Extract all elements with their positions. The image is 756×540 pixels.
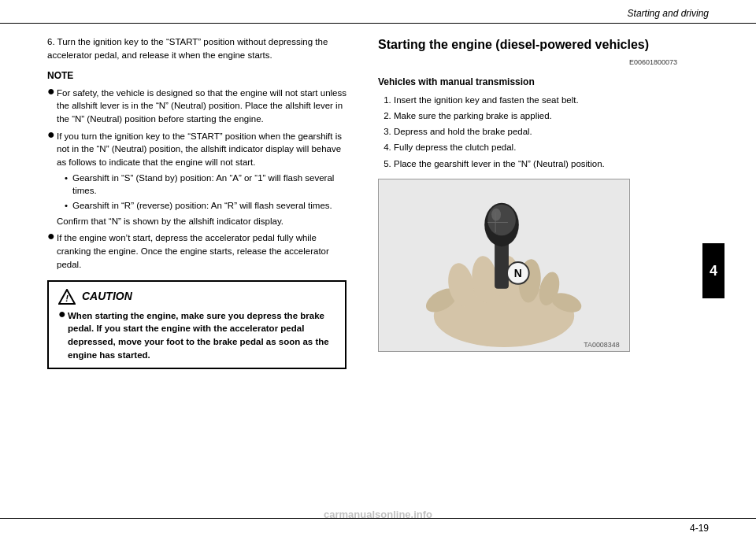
chapter-tab: 4 <box>702 243 724 298</box>
caution-header: ! CAUTION <box>58 288 335 304</box>
svg-text:!: ! <box>65 294 69 303</box>
page-container: Starting and driving 6. Turn the ignitio… <box>0 0 756 540</box>
step-1: Insert the ignition key and fasten the s… <box>394 94 677 107</box>
sub-bullet-dot-1: • <box>65 172 72 198</box>
code-ref: E00601800073 <box>378 57 677 68</box>
step-5: Place the gearshift lever in the “N” (Ne… <box>394 157 677 171</box>
svg-text:N: N <box>514 267 522 279</box>
bullet-dot-3: ● <box>47 230 57 242</box>
sub-bullets: • Gearshift in “S” (Stand by) position: … <box>57 172 346 213</box>
steps-list: Insert the ignition key and fasten the s… <box>378 94 677 171</box>
bullet-dot-1: ● <box>47 85 57 98</box>
note-bullet-1: ● For safety, the vehicle is designed so… <box>47 87 346 126</box>
tab-number: 4 <box>710 261 717 282</box>
bullet-text-2: If you turn the ignition key to the “STA… <box>57 130 346 228</box>
step-4: Fully depress the clutch pedal. <box>394 141 677 154</box>
gear-image-box: N TA0008348 <box>378 179 630 352</box>
gear-illustration: N TA0008348 <box>379 179 629 351</box>
caution-bullet-dot: ● <box>58 308 68 320</box>
subsection-title: Vehicles with manual transmission <box>378 75 677 89</box>
svg-text:TA0008348: TA0008348 <box>584 341 619 349</box>
caution-title: CAUTION <box>82 288 132 304</box>
bullet-text-2-main: If you turn the ignition key to the “STA… <box>57 131 342 167</box>
note-section: NOTE ● For safety, the vehicle is design… <box>47 69 346 271</box>
step6-paragraph: 6. Turn the ignition key to the “START” … <box>47 35 346 61</box>
confirm-text: Confirm that “N” is shown by the allshif… <box>57 215 346 228</box>
svg-point-14 <box>491 208 501 220</box>
page-number: 4-19 <box>690 523 709 534</box>
step-2: Make sure the parking brake is applied. <box>394 109 677 123</box>
watermark: carmanualsonline.info <box>324 509 432 520</box>
sub-bullet-2: • Gearshift in “R” (reverse) position: A… <box>65 199 346 213</box>
step6-number: 6. <box>47 37 55 46</box>
caution-text: When starting the engine, make sure you … <box>68 309 335 362</box>
page-footer: 4-19 <box>0 518 756 540</box>
section-title: Starting the engine (diesel-powered vehi… <box>378 35 677 54</box>
note-title: NOTE <box>47 69 346 83</box>
note-bullet-2: ● If you turn the ignition key to the “S… <box>47 130 346 228</box>
page-header: Starting and driving <box>0 0 756 24</box>
sub-bullet-text-2: Gearshift in “R” (reverse) position: An … <box>72 199 332 213</box>
sub-bullet-text-1: Gearshift in “S” (Stand by) position: An… <box>72 172 346 198</box>
left-column: 6. Turn the ignition key to the “START” … <box>0 24 362 518</box>
bullet-dot-2: ● <box>47 128 57 141</box>
sub-bullet-dot-2: • <box>65 199 72 213</box>
step-3: Depress and hold the brake pedal. <box>394 125 677 139</box>
caution-box: ! CAUTION ● When starting the engine, ma… <box>47 280 346 369</box>
header-title: Starting and driving <box>628 8 709 19</box>
bullet-text-1: For safety, the vehicle is designed so t… <box>57 87 346 126</box>
caution-triangle-icon: ! <box>58 289 76 305</box>
bullet-text-3: If the engine won’t start, depress the a… <box>57 231 346 271</box>
right-column: Starting the engine (diesel-powered vehi… <box>362 24 724 518</box>
sub-bullet-1: • Gearshift in “S” (Stand by) position: … <box>65 172 346 198</box>
caution-content: ● When starting the engine, make sure yo… <box>58 309 335 362</box>
content-area: 6. Turn the ignition key to the “START” … <box>0 24 756 518</box>
caution-bullet: ● When starting the engine, make sure yo… <box>58 309 335 362</box>
note-bullet-3: ● If the engine won’t start, depress the… <box>47 231 346 271</box>
svg-point-13 <box>487 204 516 235</box>
step6-text: Turn the ignition key to the “START” pos… <box>47 37 328 60</box>
